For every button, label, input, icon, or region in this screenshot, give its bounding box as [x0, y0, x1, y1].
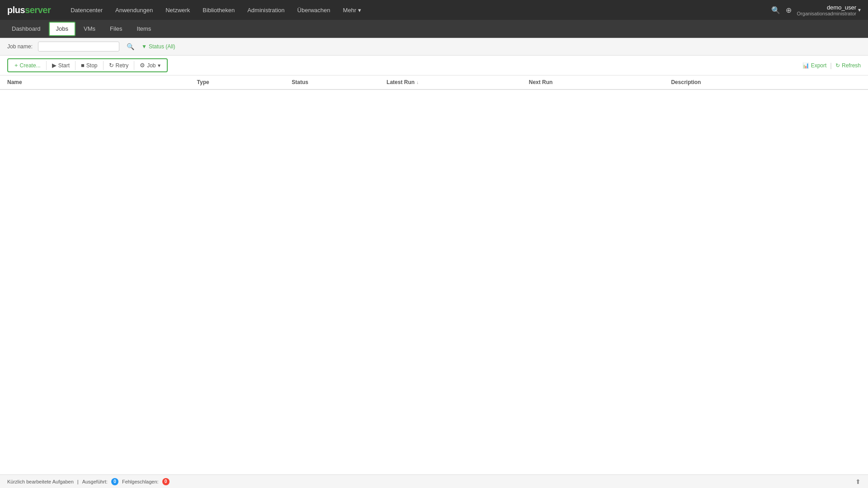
status-filter[interactable]: ▼ Status (All) — [142, 43, 175, 50]
retry-icon: ↻ — [109, 62, 114, 69]
bottom-bar: Kürzlich bearbeitete Aufgaben | Ausgefüh… — [0, 474, 868, 488]
create-button[interactable]: + Create... — [10, 60, 45, 70]
nav-item-ueberwachen[interactable]: Überwachen — [292, 4, 336, 16]
job-button[interactable]: ⚙ Job ▾ — [135, 60, 165, 70]
export-button[interactable]: 📊 Export — [802, 62, 827, 69]
job-label: Job — [147, 62, 156, 69]
separator: | — [830, 62, 832, 69]
recently-label: Kürzlich bearbeitete Aufgaben — [7, 479, 74, 484]
export-label: Export — [811, 62, 827, 69]
username: demo_user — [827, 4, 856, 11]
nav-item-anwendungen[interactable]: Anwendungen — [110, 4, 158, 16]
separator — [134, 61, 134, 70]
separator — [46, 61, 47, 70]
col-header-name[interactable]: Name — [7, 79, 197, 85]
col-header-description[interactable]: Description — [671, 79, 861, 85]
filter-icon: ▼ — [142, 43, 147, 50]
subnav-item-files[interactable]: Files — [104, 22, 128, 36]
create-label: Create... — [20, 62, 41, 69]
toolbar-group: + Create... ▶ Start ■ Stop ↻ Retry ⚙ Job… — [7, 58, 168, 72]
nav-item-datacenter[interactable]: Datencenter — [65, 4, 108, 16]
subnav-item-dashboard[interactable]: Dashboard — [5, 22, 47, 36]
plus-icon: + — [14, 62, 18, 69]
nav-item-mehr[interactable]: Mehr ▾ — [338, 4, 367, 16]
user-role: Organisationsadministrator — [797, 11, 856, 16]
sub-navigation: Dashboard Jobs VMs Files Items — [0, 20, 868, 38]
executed-count: 0 — [111, 478, 118, 485]
nav-items: Datencenter Anwendungen Netzwerk Bibliot… — [65, 4, 760, 16]
sort-down-icon: ↓ — [416, 80, 419, 85]
start-label: Start — [58, 62, 70, 69]
toolbar-row: + Create... ▶ Start ■ Stop ↻ Retry ⚙ Job… — [0, 56, 868, 75]
filter-bar: Job name: 🔍 ▼ Status (All) — [0, 38, 868, 56]
nav-item-netzwerk[interactable]: Netzwerk — [160, 4, 195, 16]
subnav-item-vms[interactable]: VMs — [77, 22, 102, 36]
job-name-label: Job name: — [7, 43, 33, 50]
stop-label: Stop — [86, 62, 98, 69]
search-button[interactable]: 🔍 — [125, 42, 136, 51]
refresh-label: Refresh — [842, 62, 861, 69]
failed-count: 0 — [162, 478, 170, 485]
executed-label: Ausgeführt: — [82, 479, 108, 484]
right-actions: 📊 Export | ↻ Refresh — [802, 62, 861, 69]
user-menu[interactable]: demo_user Organisationsadministrator ▾ — [797, 4, 861, 16]
table-header: Name Type Status Latest Run ↓ Next Run D… — [0, 75, 868, 90]
nav-item-administration[interactable]: Administration — [242, 4, 290, 16]
refresh-icon: ↻ — [835, 62, 840, 69]
search-icon[interactable]: 🔍 — [771, 6, 780, 14]
job-name-input[interactable] — [38, 42, 119, 52]
help-icon[interactable]: ⊕ — [786, 6, 792, 14]
subnav-item-items[interactable]: Items — [131, 22, 158, 36]
retry-label: Retry — [116, 62, 129, 69]
scroll-to-top[interactable]: ⬆ — [855, 478, 861, 485]
separator — [75, 61, 75, 70]
play-icon: ▶ — [52, 62, 57, 69]
nav-right: 🔍 ⊕ demo_user Organisationsadministrator… — [771, 4, 861, 16]
col-header-latest-run[interactable]: Latest Run ↓ — [387, 79, 529, 85]
col-header-next-run[interactable]: Next Run — [529, 79, 671, 85]
gear-icon: ⚙ — [140, 62, 145, 69]
col-header-status[interactable]: Status — [292, 79, 387, 85]
separator — [103, 61, 104, 70]
stop-button[interactable]: ■ Stop — [76, 60, 102, 70]
nav-item-bibliotheken[interactable]: Bibliotheken — [197, 4, 240, 16]
job-chevron-icon: ▾ — [158, 62, 160, 69]
top-navigation: plusserver Datencenter Anwendungen Netzw… — [0, 0, 868, 20]
stop-icon: ■ — [81, 62, 85, 69]
export-icon: 📊 — [802, 62, 809, 69]
logo: plusserver — [7, 5, 51, 15]
chevron-down-icon: ▾ — [358, 7, 361, 14]
separator: | — [77, 479, 79, 484]
subnav-item-jobs[interactable]: Jobs — [49, 22, 75, 36]
status-filter-label: Status (All) — [149, 43, 175, 50]
refresh-button[interactable]: ↻ Refresh — [835, 62, 861, 69]
failed-label: Fehlgeschlagen: — [122, 479, 159, 484]
col-header-type[interactable]: Type — [197, 79, 292, 85]
user-chevron-icon: ▾ — [858, 7, 861, 13]
retry-button[interactable]: ↻ Retry — [104, 60, 133, 70]
start-button[interactable]: ▶ Start — [47, 60, 74, 70]
